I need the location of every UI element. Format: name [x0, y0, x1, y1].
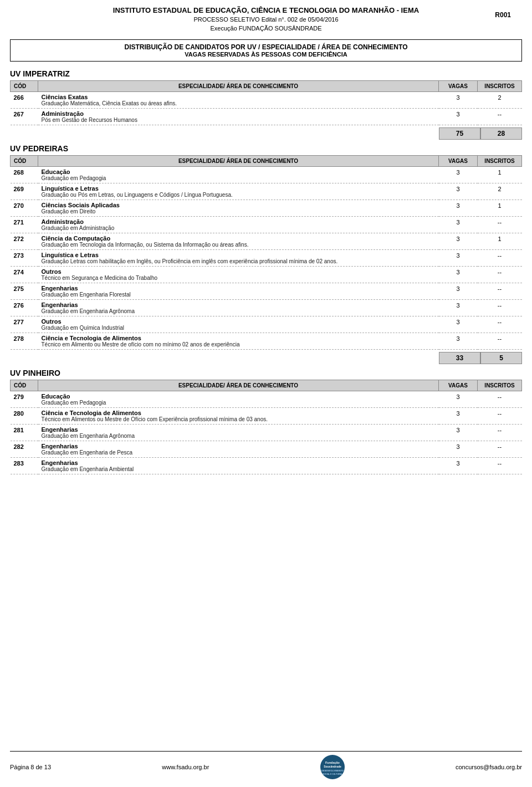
- row-name: Educação: [42, 168, 436, 175]
- col-header-vagas: VAGAS: [439, 80, 478, 91]
- row-cod: 283: [11, 457, 38, 474]
- main-title-box: DISTRIBUIÇÃO DE CANDIDATOS POR UV / ESPE…: [10, 39, 522, 62]
- row-specialty: OutrosGraduação em Química Industrial: [38, 316, 439, 333]
- row-inscritos: --: [478, 333, 522, 349]
- col-header-cod: CÓD: [11, 380, 38, 391]
- row-specialty: EngenhariasGraduação em Engenharia Flore…: [38, 283, 439, 299]
- table-row: 282EngenhariasGraduação em Engenharia de…: [11, 441, 522, 457]
- row-desc: Graduação em Química Industrial: [42, 325, 436, 331]
- row-specialty: AdministraçãoPós em Gestão de Recursos H…: [38, 108, 439, 125]
- row-specialty: OutrosTécnico em Segurança e Medicina do…: [38, 266, 439, 283]
- table-row: 267AdministraçãoPós em Gestão de Recurso…: [11, 108, 522, 125]
- row-inscritos: --: [478, 391, 522, 407]
- row-inscritos: --: [478, 407, 522, 424]
- row-cod: 268: [11, 166, 38, 183]
- foundation-logo: Fundação Sousândrade DESENVOLVIMENTO SOC…: [320, 755, 345, 779]
- row-vagas: 3: [439, 457, 478, 474]
- row-name: Administração: [42, 218, 436, 225]
- row-inscritos: --: [478, 283, 522, 299]
- col-header-esp: ESPECIALIDADE/ ÁREA DE CONHECIMENTO: [38, 80, 439, 91]
- row-vagas: 3: [439, 108, 478, 125]
- row-cod: 267: [11, 108, 38, 125]
- uv-section-title: UV IMPERATRIZ: [10, 69, 522, 78]
- table-row: 272Ciência da ComputaçãoGraduação em Tec…: [11, 233, 522, 249]
- total-vagas: 75: [439, 127, 480, 140]
- row-cod: 272: [11, 233, 38, 249]
- row-specialty: Linguística e LetrasGraduação ou Pós em …: [38, 183, 439, 200]
- footer-email: concursos@fsadu.org.br: [456, 764, 522, 770]
- col-header-cod: CÓD: [11, 155, 38, 166]
- row-desc: Graduação ou Pós em Letras, ou Linguagen…: [42, 192, 436, 198]
- col-header-esp: ESPECIALIDADE/ ÁREA DE CONHECIMENTO: [38, 380, 439, 391]
- total-inscritos: 28: [480, 127, 522, 140]
- row-vagas: 3: [439, 391, 478, 407]
- row-vagas: 3: [439, 216, 478, 233]
- row-inscritos: --: [478, 216, 522, 233]
- row-desc: Técnico em Alimento ou Mestre de ofício …: [42, 341, 436, 347]
- row-inscritos: --: [478, 316, 522, 333]
- total-inscritos: 5: [480, 352, 522, 364]
- row-specialty: Ciência da ComputaçãoGraduação em Tecnol…: [38, 233, 439, 249]
- row-desc: Graduação em Engenharia Agrônoma: [42, 433, 436, 439]
- row-name: Ciência e Tecnologia de Alimentos: [42, 335, 436, 341]
- row-cod: 274: [11, 266, 38, 283]
- row-vagas: 3: [439, 299, 478, 316]
- row-specialty: EngenhariasGraduação em Engenharia Agrôn…: [38, 299, 439, 316]
- col-header-inscritos: INSCRITOS: [478, 155, 522, 166]
- row-vagas: 3: [439, 316, 478, 333]
- table-row: 275EngenhariasGraduação em Engenharia Fl…: [11, 283, 522, 299]
- row-desc: Técnico em Alimentos ou Mestre de Ofício…: [42, 416, 436, 422]
- col-header-inscritos: INSCRITOS: [478, 380, 522, 391]
- svg-text:SOCIAL E CULTURAL: SOCIAL E CULTURAL: [323, 773, 343, 775]
- execution-info: Execução FUNDAÇÃO SOUSÂNDRADE: [10, 24, 522, 33]
- row-cod: 276: [11, 299, 38, 316]
- row-cod: 281: [11, 424, 38, 441]
- page-footer: Página 8 de 13 www.fsadu.org.br Fundação…: [10, 751, 522, 781]
- row-name: Outros: [42, 318, 436, 325]
- row-specialty: Linguística e LetrasGraduação Letras com…: [38, 249, 439, 266]
- main-title-line1: DISTRIBUIÇÃO DE CANDIDATOS POR UV / ESPE…: [16, 43, 516, 51]
- row-cod: 270: [11, 200, 38, 216]
- row-inscritos: --: [478, 249, 522, 266]
- table-row: 276EngenhariasGraduação em Engenharia Ag…: [11, 299, 522, 316]
- row-vagas: 3: [439, 407, 478, 424]
- svg-text:Fundação: Fundação: [325, 761, 340, 764]
- totals-row: 335: [10, 352, 522, 364]
- total-vagas: 33: [439, 352, 480, 364]
- col-header-vagas: VAGAS: [439, 380, 478, 391]
- table-row: 274OutrosTécnico em Segurança e Medicina…: [11, 266, 522, 283]
- row-name: Ciência e Tecnologia de Alimentos: [42, 410, 436, 416]
- row-inscritos: 1: [478, 166, 522, 183]
- row-vagas: 3: [439, 200, 478, 216]
- row-specialty: EngenhariasGraduação em Engenharia Ambie…: [38, 457, 439, 474]
- report-code: R001: [495, 11, 511, 19]
- row-inscritos: --: [478, 424, 522, 441]
- svg-text:Sousândrade: Sousândrade: [324, 765, 341, 768]
- row-name: Administração: [42, 110, 436, 117]
- row-inscritos: --: [478, 457, 522, 474]
- row-inscritos: 1: [478, 233, 522, 249]
- data-table: CÓDESPECIALIDADE/ ÁREA DE CONHECIMENTOVA…: [10, 380, 522, 474]
- table-row: 281EngenhariasGraduação em Engenharia Ag…: [11, 424, 522, 441]
- row-name: Outros: [42, 268, 436, 275]
- svg-text:DESENVOLVIMENTO: DESENVOLVIMENTO: [321, 769, 344, 772]
- row-specialty: Ciência e Tecnologia de AlimentosTécnico…: [38, 407, 439, 424]
- process-info: PROCESSO SELETIVO Edital n°. 002 de 05/0…: [10, 16, 522, 24]
- row-specialty: AdministraçãoGraduação em Administração: [38, 216, 439, 233]
- table-row: 269Linguística e LetrasGraduação ou Pós …: [11, 183, 522, 200]
- row-specialty: Ciências ExatasGraduação Matemática, Ciê…: [38, 91, 439, 108]
- row-desc: Graduação em Tecnologia da Informação, o…: [42, 242, 436, 248]
- row-desc: Graduação em Engenharia Agrônoma: [42, 308, 436, 314]
- row-vagas: 3: [439, 233, 478, 249]
- row-cod: 279: [11, 391, 38, 407]
- row-desc: Graduação em Pedagogia: [42, 175, 436, 181]
- row-inscritos: --: [478, 108, 522, 125]
- col-header-cod: CÓD: [11, 80, 38, 91]
- row-specialty: Ciência e Tecnologia de AlimentosTécnico…: [38, 333, 439, 349]
- row-cod: 280: [11, 407, 38, 424]
- footer-website: www.fsadu.org.br: [162, 764, 209, 770]
- row-vagas: 3: [439, 183, 478, 200]
- row-desc: Graduação em Administração: [42, 225, 436, 231]
- row-vagas: 3: [439, 441, 478, 457]
- row-inscritos: 1: [478, 200, 522, 216]
